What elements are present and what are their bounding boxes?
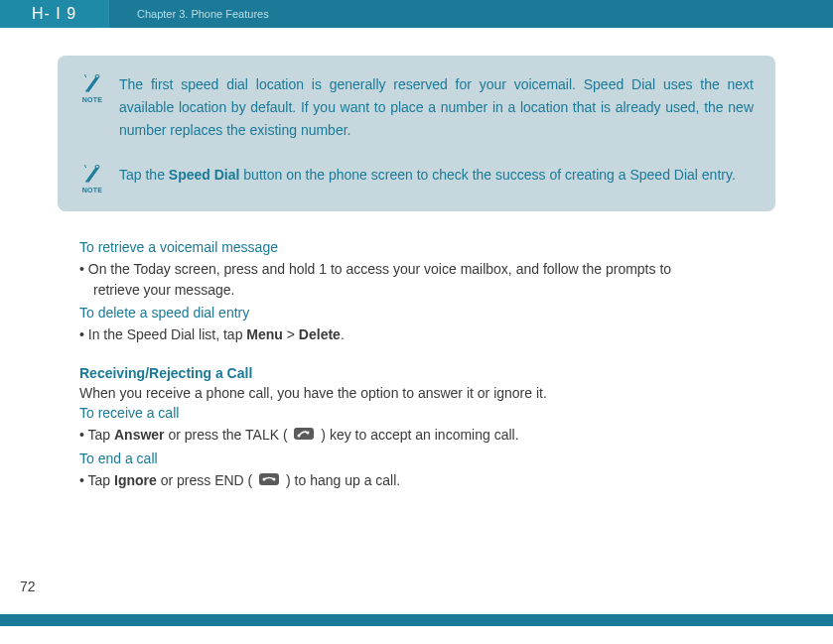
svg-point-6 [263,477,266,480]
end-pre: • Tap [79,472,114,488]
delete-speed-dial-heading: To delete a speed dial entry [79,305,775,321]
note-box: NOTE The first speed dial location is ge… [58,56,775,211]
svg-point-7 [273,477,276,480]
svg-rect-5 [259,473,279,485]
note2-bold: Speed Dial [169,167,240,183]
end-call-heading: To end a call [79,451,775,466]
svg-point-1 [95,166,99,169]
note-text-2: Tap the Speed Dial button on the phone s… [119,164,754,193]
end-mid: or press END ( [157,472,256,488]
end-icon [258,471,280,492]
retrieve-voicemail-heading: To retrieve a voicemail message [79,239,775,255]
header-bar: H- I 9 Chapter 3. Phone Features [0,0,833,28]
svg-point-3 [298,435,301,438]
logo-area: H- I 9 [0,0,109,28]
svg-point-4 [307,432,310,435]
end-bullet: • Tap Ignore or press END ( ) to hang up… [79,470,775,492]
note-label: NOTE [82,187,103,193]
end-post: ) to hang up a call. [282,472,400,488]
receive-call-heading: To receive a call [79,405,775,421]
delete-delete: Delete [299,326,341,342]
body-section: To retrieve a voicemail message • On the… [58,239,775,492]
receive-bullet: • Tap Answer or press the TALK ( ) key t… [79,425,775,447]
note2-post: button on the phone screen to check the … [239,167,735,183]
footer-bar [0,614,833,626]
delete-gt: > [283,326,299,342]
page-number: 72 [20,579,36,594]
delete-period: . [341,326,345,342]
note-block-2: NOTE Tap the Speed Dial button on the ph… [79,164,754,193]
receiving-text: When you receive a phone call, you have … [79,385,775,401]
receive-post: ) key to accept an incoming call. [317,427,518,443]
svg-rect-2 [294,428,314,440]
svg-point-0 [95,75,99,78]
content-area: NOTE The first speed dial location is ge… [0,28,833,492]
delete-bullet: • In the Speed Dial list, tap Menu > Del… [79,324,775,345]
note2-pre: Tap the [119,167,169,183]
receiving-rejecting-heading: Receiving/Rejecting a Call [79,365,775,381]
note-block-1: NOTE The first speed dial location is ge… [79,73,754,142]
receive-pre: • Tap [79,427,114,443]
note-label: NOTE [82,96,103,103]
note-text-1: The first speed dial location is general… [119,73,754,142]
retrieve-line1: • On the Today screen, press and hold 1 … [79,261,671,277]
talk-icon [293,426,315,447]
note-icon: NOTE [79,164,105,193]
note-icon: NOTE [79,73,105,142]
delete-pre: • In the Speed Dial list, tap [79,326,246,342]
receive-answer: Answer [114,427,165,443]
chapter-title: Chapter 3. Phone Features [137,8,269,20]
retrieve-bullet: • On the Today screen, press and hold 1 … [79,259,775,301]
brand-logo: H- I 9 [32,5,76,23]
receive-mid: or press the TALK ( [165,427,292,443]
end-ignore: Ignore [114,472,157,488]
delete-menu: Menu [246,326,283,342]
retrieve-line2: retrieve your message. [79,282,234,298]
